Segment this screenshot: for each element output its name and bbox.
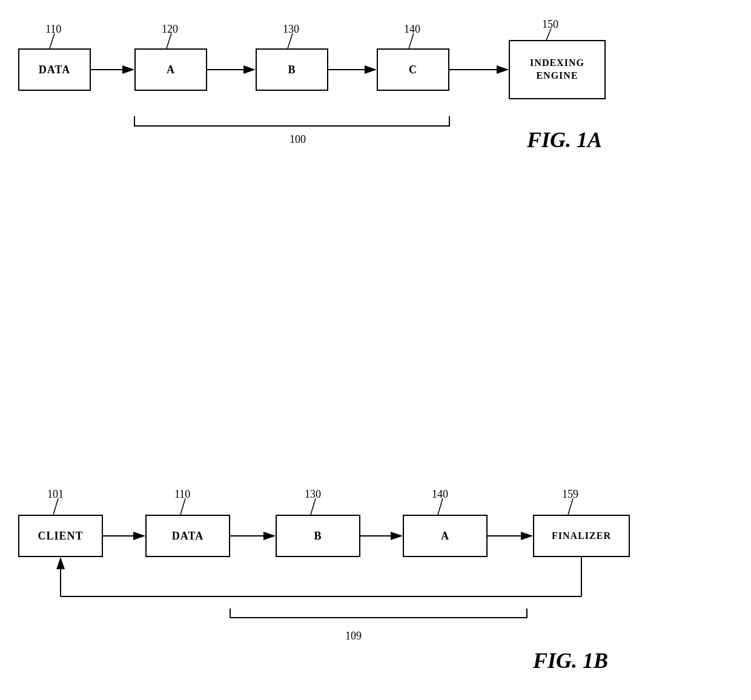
fig1b-b-label: B bbox=[314, 530, 322, 543]
fig1a-data-label: DATA bbox=[39, 64, 70, 76]
fig1b-a-label: A bbox=[441, 530, 449, 543]
fig1a-indexing-label: INDEXINGENGINE bbox=[530, 57, 584, 82]
fig1a-title: FIG. 1A bbox=[527, 127, 602, 153]
fig1a-b-label: B bbox=[288, 64, 296, 76]
fig1a-brace-left bbox=[134, 116, 291, 126]
fig1b-client-box: CLIENT bbox=[18, 515, 103, 557]
fig1a-c-box: C bbox=[377, 48, 449, 91]
fig1b-ref-159: 159 bbox=[562, 488, 578, 501]
fig1a-data-box: DATA bbox=[18, 48, 91, 91]
fig1b-client-label: CLIENT bbox=[38, 530, 83, 543]
fig1a-brace-right bbox=[291, 116, 449, 126]
fig1a-b-box: B bbox=[256, 48, 328, 91]
fig1a-ref-140: 140 bbox=[404, 23, 420, 36]
diagram-container: DATA 110 A 120 B 130 C 140 INDEXINGENGIN… bbox=[0, 0, 751, 700]
fig1b-ref-140: 140 bbox=[432, 488, 448, 501]
fig1a-ref-130: 130 bbox=[283, 23, 299, 36]
fig1b-ref-101: 101 bbox=[47, 488, 64, 501]
fig1b-ref-130: 130 bbox=[305, 488, 321, 501]
fig1b-brace-left bbox=[230, 609, 379, 618]
fig1b-tick-101 bbox=[53, 498, 58, 515]
fig1b-finalizer-box: FINALIZER bbox=[533, 515, 630, 557]
fig1a-c-label: C bbox=[409, 64, 417, 76]
fig1b-title: FIG. 1B bbox=[533, 648, 608, 673]
fig1b-tick-140 bbox=[438, 498, 443, 515]
fig1b-tick-110 bbox=[180, 498, 185, 515]
fig1b-brace-label: 109 bbox=[345, 630, 362, 642]
fig1b-finalizer-label: FINALIZER bbox=[552, 530, 611, 541]
fig1b-ref-110: 110 bbox=[174, 488, 190, 501]
diagram-svg bbox=[0, 0, 751, 700]
fig1a-a-label: A bbox=[167, 64, 175, 76]
fig1b-tick-130 bbox=[311, 498, 316, 515]
fig1a-ref-110: 110 bbox=[45, 23, 61, 36]
fig1b-tick-159 bbox=[568, 498, 573, 515]
fig1b-brace-right bbox=[379, 609, 527, 618]
fig1a-ref-150: 150 bbox=[542, 18, 558, 31]
fig1a-ref-120: 120 bbox=[162, 23, 178, 36]
fig1a-brace-label: 100 bbox=[289, 133, 306, 146]
fig1b-b-box: B bbox=[276, 515, 360, 557]
fig1a-indexing-box: INDEXINGENGINE bbox=[509, 40, 606, 99]
fig1b-a-box: A bbox=[403, 515, 488, 557]
fig1a-a-box: A bbox=[134, 48, 207, 91]
fig1b-data-label: DATA bbox=[172, 530, 203, 543]
fig1b-data-box: DATA bbox=[145, 515, 230, 557]
